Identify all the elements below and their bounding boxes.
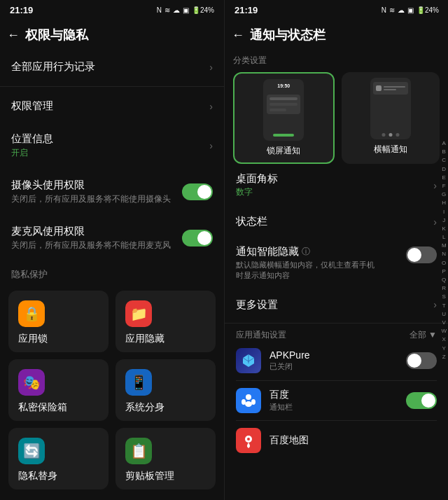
privacy-card-app-hide[interactable]: 📁 应用隐藏 [115, 291, 216, 352]
clipboard-icon: 📋 [125, 438, 152, 464]
apkpure-name: APKPure [270, 349, 406, 361]
alpha-P[interactable]: P [442, 268, 446, 275]
notif-card-lock[interactable]: 19:50 锁屏通知 [233, 72, 335, 164]
alpha-W[interactable]: W [441, 327, 447, 335]
clipboard-label: 剪贴板管理 [125, 470, 174, 482]
svg-point-0 [246, 394, 251, 400]
category-cards: 19:50 锁屏通知 [233, 72, 440, 164]
left-page-title: 权限与隐私 [25, 27, 88, 43]
app-section-all[interactable]: 全部 ▼ [410, 329, 437, 341]
privacy-grid: 🔒 应用锁 📁 应用隐藏 🎭 私密保险箱 📱 系统分身 🔄 隐私替身 [0, 285, 224, 495]
priv-alt-icon: 🔄 [18, 438, 45, 464]
menu-sub-location: 开启 [11, 147, 209, 159]
chevron-icon-permission: › [209, 101, 213, 112]
banner-notif-preview [370, 78, 411, 139]
menu-item-all-app-record[interactable]: 全部应用行为记录 › [0, 50, 224, 83]
divider-right [225, 323, 448, 324]
apkpure-icon [236, 348, 261, 373]
privacy-card-app-lock[interactable]: 🔒 应用锁 [8, 291, 108, 352]
menu-sub-camera: 关闭后，所有应用及服务将不能使用摄像头 [11, 193, 182, 205]
chevron-statusbar: › [433, 216, 437, 228]
left-back-button[interactable]: ← [7, 28, 20, 43]
divider-1 [0, 86, 224, 87]
alpha-G[interactable]: G [442, 190, 446, 198]
alphabet-bar: A B C D E F G H I J K L M N O P Q R S T … [441, 139, 447, 361]
baidu-status: 通知栏 [270, 402, 406, 412]
alpha-E[interactable]: E [442, 174, 446, 181]
smart-hide-toggle[interactable] [406, 246, 437, 263]
smart-hide-label: 通知智能隐藏 [236, 245, 299, 258]
alpha-R[interactable]: R [442, 284, 446, 292]
alpha-T[interactable]: T [442, 302, 446, 310]
left-status-icons: N ≋ ☁ ▣ 🔋24% [157, 6, 214, 14]
alpha-J[interactable]: J [442, 216, 445, 224]
app-item-baidumap[interactable]: 百度地图 [236, 421, 437, 460]
right-panel: 21:19 N ≋ ☁ ▣ 🔋24% ← 通知与状态栏 分类设置 19:50 [224, 0, 448, 500]
alpha-U[interactable]: U [442, 310, 446, 318]
app-item-apkpure[interactable]: APKPure 已关闭 [236, 341, 437, 381]
alpha-K[interactable]: K [442, 225, 446, 232]
left-status-time: 21:19 [10, 5, 33, 15]
alpha-Z[interactable]: Z [442, 353, 446, 361]
menu-item-location[interactable]: 位置信息 开启 › [0, 123, 224, 169]
app-lock-icon: 🔒 [18, 300, 45, 327]
app-item-baidu[interactable]: 百度 通知栏 [236, 381, 437, 421]
menu-item-desktop-badge[interactable]: 桌面角标 数字 › [225, 164, 448, 207]
left-header: ← 权限与隐私 [0, 20, 224, 50]
alpha-N[interactable]: N [442, 251, 446, 258]
alpha-A[interactable]: A [442, 139, 446, 147]
camera-toggle[interactable] [182, 183, 213, 200]
menu-label-permission: 权限管理 [11, 99, 209, 113]
app-section-header: 应用通知设置 全部 ▼ [236, 329, 437, 341]
left-status-bar: 21:19 N ≋ ☁ ▣ 🔋24% [0, 0, 224, 20]
alpha-V[interactable]: V [442, 319, 446, 326]
category-label: 分类设置 [233, 55, 440, 67]
menu-item-more-settings[interactable]: 更多设置 › [225, 290, 448, 320]
alpha-C[interactable]: C [442, 156, 446, 164]
menu-item-permission-mgmt[interactable]: 权限管理 › [0, 90, 224, 123]
app-hide-label: 应用隐藏 [125, 333, 164, 345]
more-settings-label: 更多设置 [236, 298, 433, 312]
category-section: 分类设置 19:50 锁屏通知 [225, 50, 448, 164]
app-section-title: 应用通知设置 [236, 329, 286, 341]
alpha-M[interactable]: M [442, 242, 447, 249]
alpha-H[interactable]: H [442, 199, 446, 207]
alpha-B[interactable]: B [442, 148, 446, 155]
menu-item-statusbar[interactable]: 状态栏 › [225, 207, 448, 237]
alpha-I[interactable]: I [443, 208, 444, 216]
alpha-Y[interactable]: Y [442, 345, 446, 352]
alpha-Q[interactable]: Q [442, 276, 446, 284]
alpha-D[interactable]: D [442, 165, 446, 173]
right-panel-content: ← 通知与状态栏 分类设置 19:50 [225, 0, 448, 500]
apkpure-toggle[interactable] [406, 352, 437, 369]
privacy-card-priv-alt[interactable]: 🔄 隐私替身 [8, 428, 108, 489]
mic-toggle[interactable] [182, 230, 213, 246]
privacy-card-clipboard[interactable]: 📋 剪贴板管理 [115, 428, 216, 489]
menu-item-smart-hide: 通知智能隐藏 ⓘ 默认隐藏横幅通知内容，仅机主查看手机时显示通知内容 [225, 237, 448, 290]
right-back-button[interactable]: ← [232, 28, 244, 43]
alpha-O[interactable]: O [442, 259, 446, 267]
apkpure-status: 已关闭 [270, 361, 406, 372]
sys-clone-icon: 📱 [125, 369, 152, 396]
chevron-icon-all-app: › [209, 62, 213, 73]
baidu-toggle[interactable] [406, 392, 437, 409]
info-icon: ⓘ [302, 246, 310, 258]
menu-item-mic: 麦克风使用权限 关闭后，所有应用及服务将不能使用麦克风 [0, 215, 224, 261]
banner-notif-label: 横幅通知 [374, 144, 407, 155]
alpha-X[interactable]: X [442, 335, 446, 343]
alpha-L[interactable]: L [442, 233, 445, 241]
privacy-card-sys-clone[interactable]: 📱 系统分身 [115, 359, 216, 421]
left-panel-content: ← 权限与隐私 全部应用行为记录 › 权限管理 › 位置信息 开启 › [0, 0, 224, 500]
right-header: ← 通知与状态栏 [225, 20, 448, 50]
privacy-card-private-safe[interactable]: 🎭 私密保险箱 [8, 359, 108, 421]
baidu-name: 百度 [270, 389, 406, 401]
svg-point-5 [247, 438, 250, 440]
right-status-time: 21:19 [234, 5, 258, 15]
menu-label-all-app: 全部应用行为记录 [11, 60, 209, 74]
lock-notif-label: 锁屏通知 [267, 145, 300, 157]
alpha-S[interactable]: S [442, 293, 446, 300]
app-hide-icon: 📁 [125, 300, 152, 327]
alpha-F[interactable]: F [442, 182, 446, 190]
notif-card-banner[interactable]: 横幅通知 [342, 72, 440, 164]
private-safe-label: 私密保险箱 [18, 401, 67, 414]
